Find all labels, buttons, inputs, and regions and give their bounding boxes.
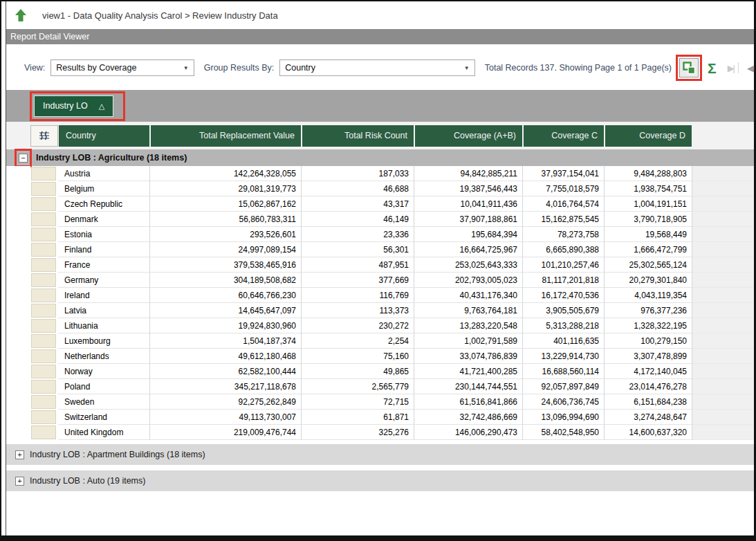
cell-total-risk-count: 23,336: [302, 227, 414, 242]
previous-page-icon[interactable]: ◀: [747, 63, 754, 73]
cell-coverage-ab: 33,074,786,839: [414, 349, 523, 364]
cell-total-risk-count: 2,565,779: [302, 379, 414, 394]
navigate-up-icon[interactable]: [15, 9, 27, 21]
cell-country: Poland: [58, 379, 150, 394]
group-by-dropdown-value: Country: [285, 63, 315, 73]
table-row[interactable]: Netherlands 49,612,180,468 75,160 33,074…: [6, 349, 754, 364]
cell-coverage-ab: 32,742,486,669: [414, 410, 523, 425]
row-filler: [692, 349, 754, 364]
cell-total-replacement-value: 29,081,319,773: [150, 181, 302, 196]
table-row[interactable]: Germany 304,189,508,682 377,669 202,793,…: [6, 273, 754, 288]
table-row[interactable]: Sweden 92,275,262,849 72,715 61,516,841,…: [6, 394, 754, 410]
cell-coverage-c: 7,755,018,579: [523, 181, 605, 196]
row-selector[interactable]: [31, 349, 56, 363]
cell-coverage-c: 6,665,890,388: [523, 242, 605, 257]
expand-icon[interactable]: +: [15, 450, 24, 459]
cell-country: Lithuania: [58, 318, 150, 333]
group-by-dropdown[interactable]: Country ▼: [279, 59, 475, 76]
group-field-chip[interactable]: Industry LO △: [34, 95, 113, 117]
cell-country: United Kingdom: [58, 425, 150, 440]
table-row[interactable]: France 379,538,465,916 487,951 253,025,6…: [6, 257, 754, 273]
row-selector[interactable]: [31, 395, 56, 409]
column-header-total-risk-count[interactable]: Total Risk Count: [302, 125, 415, 147]
cell-coverage-c: 37,937,154,041: [523, 166, 605, 181]
cell-country: Germany: [58, 273, 150, 288]
cell-country: France: [58, 257, 150, 273]
cell-coverage-d: 6,151,684,238: [605, 394, 692, 410]
row-indent: [15, 288, 30, 303]
cell-coverage-c: 16,688,560,114: [523, 364, 605, 379]
cell-total-replacement-value: 219,009,476,744: [150, 425, 302, 440]
chevron-down-icon: ▼: [464, 65, 470, 71]
cell-coverage-d: 23,014,476,278: [605, 379, 692, 394]
row-selector[interactable]: [31, 228, 56, 241]
column-header-coverage-ab[interactable]: Coverage (A+B): [415, 125, 524, 147]
cell-country: Czech Republic: [58, 196, 150, 212]
cell-coverage-ab: 10,041,911,436: [414, 196, 523, 212]
column-header-coverage-c[interactable]: Coverage C: [524, 125, 605, 147]
table-row[interactable]: United Kingdom 219,009,476,744 325,276 1…: [6, 425, 754, 440]
last-page-icon[interactable]: ▶|: [728, 63, 734, 73]
table-row[interactable]: Norway 62,582,100,444 49,865 41,721,400,…: [6, 364, 754, 379]
cell-country: Ireland: [58, 288, 150, 303]
cell-total-risk-count: 487,951: [302, 257, 414, 273]
row-selector[interactable]: [31, 304, 56, 318]
cell-coverage-d: 4,172,140,045: [605, 364, 692, 379]
export-button[interactable]: [679, 58, 699, 77]
column-header-country[interactable]: Country: [59, 125, 151, 147]
summary-sigma-icon[interactable]: Σ: [708, 61, 717, 75]
table-row[interactable]: Czech Republic 15,062,867,162 43,317 10,…: [6, 196, 754, 212]
row-selector[interactable]: [31, 425, 56, 439]
row-selector[interactable]: [31, 410, 56, 424]
cell-total-risk-count: 75,160: [302, 349, 414, 364]
cell-coverage-c: 81,117,201,818: [523, 273, 605, 288]
table-row[interactable]: Switzerland 49,113,730,007 61,871 32,742…: [6, 410, 754, 425]
cell-total-replacement-value: 15,062,867,162: [150, 196, 302, 212]
row-selector[interactable]: [31, 182, 56, 196]
column-chooser-button[interactable]: [30, 125, 58, 147]
row-selector[interactable]: [31, 167, 56, 181]
table-row[interactable]: Finland 24,997,089,154 56,301 16,664,725…: [6, 242, 754, 257]
cell-total-replacement-value: 379,538,465,916: [150, 257, 302, 273]
cell-total-risk-count: 49,865: [302, 364, 414, 379]
row-selector[interactable]: [31, 197, 56, 211]
table-row[interactable]: Estonia 293,526,601 23,336 195,684,394 7…: [6, 227, 754, 242]
row-selector[interactable]: [31, 212, 56, 226]
row-filler: [692, 273, 754, 288]
view-dropdown[interactable]: Results by Coverage ▼: [50, 59, 194, 76]
export-to-excel-icon: [683, 62, 696, 75]
grid-header: Country Total Replacement Value Total Ri…: [6, 122, 754, 149]
collapse-icon[interactable]: −: [19, 154, 28, 163]
table-row[interactable]: Austria 142,264,328,055 187,033 94,842,8…: [6, 166, 754, 181]
row-selector[interactable]: [31, 288, 56, 302]
application-window: view1 - Data Quality Analysis Carol > Re…: [0, 0, 756, 541]
cell-total-replacement-value: 62,582,100,444: [150, 364, 302, 379]
row-indent: [15, 349, 30, 364]
column-header-coverage-d[interactable]: Coverage D: [605, 125, 693, 147]
table-row[interactable]: Denmark 56,860,783,311 46,149 37,907,188…: [6, 212, 754, 227]
row-filler: [692, 212, 754, 227]
table-row[interactable]: Latvia 14,645,647,097 113,373 9,763,764,…: [6, 303, 754, 318]
cell-total-replacement-value: 345,217,118,678: [150, 379, 302, 394]
column-header-total-replacement-value[interactable]: Total Replacement Value: [151, 125, 302, 147]
row-selector[interactable]: [31, 365, 56, 378]
view-label: View:: [24, 63, 45, 73]
row-selector[interactable]: [31, 380, 56, 394]
table-row[interactable]: Lithuania 19,924,830,960 230,272 13,283,…: [6, 318, 754, 333]
table-row[interactable]: Poland 345,217,118,678 2,565,779 230,144…: [6, 379, 754, 394]
cell-total-risk-count: 187,033: [302, 166, 414, 181]
row-selector[interactable]: [31, 258, 56, 272]
row-selector[interactable]: [31, 334, 56, 348]
cell-total-risk-count: 116,769: [302, 288, 414, 303]
table-row[interactable]: Ireland 60,646,766,230 116,769 40,431,17…: [6, 288, 754, 303]
page-title: view1 - Data Quality Analysis Carol > Re…: [42, 10, 278, 21]
table-row[interactable]: Luxembourg 1,504,187,374 2,254 1,002,791…: [6, 333, 754, 349]
row-selector[interactable]: [31, 273, 56, 287]
table-row[interactable]: Belgium 29,081,319,773 46,688 19,387,546…: [6, 181, 754, 196]
cell-total-replacement-value: 293,526,601: [150, 227, 302, 242]
row-indent: [15, 196, 30, 212]
row-filler: [692, 242, 754, 257]
row-selector[interactable]: [31, 243, 56, 257]
row-selector[interactable]: [31, 319, 56, 333]
expand-icon[interactable]: +: [15, 477, 24, 486]
